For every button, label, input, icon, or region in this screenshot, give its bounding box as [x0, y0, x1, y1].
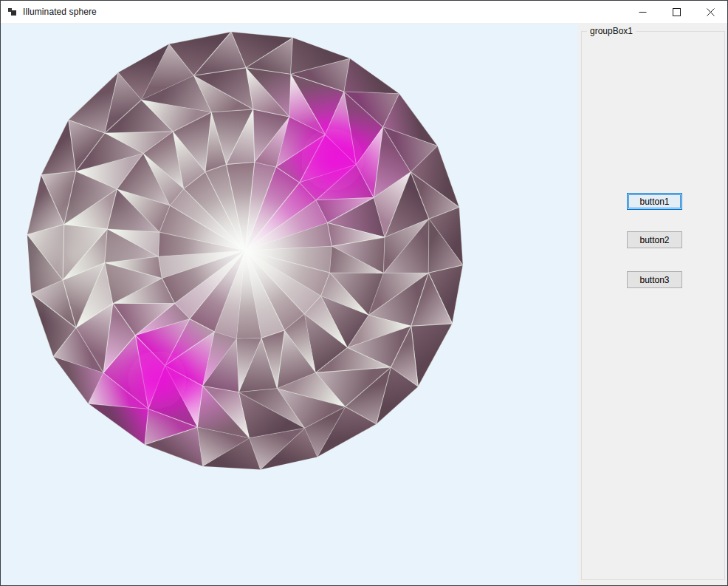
- groupbox-label: groupBox1: [587, 26, 636, 37]
- button1[interactable]: button1: [627, 193, 682, 210]
- minimize-button[interactable]: [625, 1, 659, 23]
- side-panel: groupBox1 button1 button2 button3: [578, 24, 727, 586]
- titlebar[interactable]: Illuminated sphere: [1, 1, 727, 24]
- window-title: Illuminated sphere: [23, 7, 97, 17]
- minimize-icon: [639, 8, 647, 16]
- close-icon: [707, 8, 715, 16]
- maximize-button[interactable]: [659, 1, 693, 23]
- button2[interactable]: button2: [627, 231, 682, 248]
- app-window: Illuminated sphere: [0, 0, 728, 586]
- groupbox1: groupBox1 button1 button2 button3: [581, 31, 725, 580]
- illuminated-sphere: [1, 24, 578, 586]
- sphere-render-canvas: [1, 24, 578, 586]
- app-icon: [7, 6, 18, 18]
- client-area: groupBox1 button1 button2 button3: [1, 24, 727, 586]
- window-controls: [625, 1, 727, 23]
- button3[interactable]: button3: [627, 271, 682, 288]
- close-button[interactable]: [693, 1, 727, 23]
- maximize-icon: [673, 8, 681, 16]
